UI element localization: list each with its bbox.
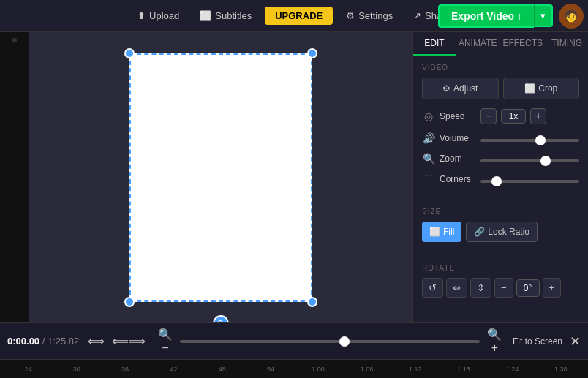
- split-button[interactable]: ⟺: [86, 333, 106, 349]
- export-video-button[interactable]: Export Video ↑: [438, 4, 534, 28]
- settings-button[interactable]: ⚙ Settings: [339, 7, 400, 24]
- video-buttons: ⚙ Adjust ⬜ Crop: [422, 78, 579, 99]
- speed-icon: ◎: [422, 110, 435, 122]
- rotate-cw-button[interactable]: ↺: [422, 278, 443, 298]
- size-buttons: ⬜ Fill 🔗 Lock Ratio: [422, 222, 579, 242]
- time-current: 0:00.00: [7, 336, 39, 347]
- top-nav: ⬆ Upload ⬜ Subtitles UPGRADE ⚙ Settings …: [0, 0, 588, 32]
- avatar[interactable]: 🧑: [559, 4, 584, 29]
- zoom-slider[interactable]: [480, 159, 579, 162]
- handle-bottom-right[interactable]: [307, 297, 317, 307]
- tab-animate[interactable]: ANIMATE: [456, 32, 500, 56]
- ruler-mark: :30: [51, 366, 99, 373]
- subtitles-button[interactable]: ⬜ Subtitles: [192, 7, 259, 24]
- lock-ratio-icon: 🔗: [474, 227, 485, 237]
- export-dropdown-button[interactable]: ▾: [534, 4, 553, 27]
- rotate-section-label: ROTATE: [422, 264, 579, 272]
- upload-icon: ⬆: [137, 10, 146, 21]
- zoom-slider-container: [480, 152, 579, 165]
- video-element[interactable]: [129, 53, 312, 302]
- export-group: Export Video ↑ ▾: [438, 4, 553, 28]
- video-section: VIDEO ⚙ Adjust ⬜ Crop ◎ Speed − 1x +: [413, 56, 588, 200]
- ruler-mark: 1:06: [342, 366, 391, 373]
- handle-top-left[interactable]: [124, 48, 135, 58]
- volume-slider[interactable]: [480, 139, 579, 142]
- zoom-in-button[interactable]: 🔍+: [484, 326, 505, 356]
- handle-bottom-left[interactable]: [124, 297, 135, 307]
- ruler-mark: :36: [100, 366, 148, 373]
- upgrade-button[interactable]: UPGRADE: [265, 7, 333, 25]
- corners-row: ⌒ Corners: [422, 173, 579, 186]
- ruler-mark: :24: [3, 366, 51, 373]
- chevron-down-icon: ▾: [540, 10, 546, 21]
- zoom-row: 🔍 Zoom: [422, 152, 579, 165]
- corners-slider-container: [480, 173, 579, 186]
- ruler-mark: :54: [246, 366, 294, 373]
- ruler-mark: 1:00: [294, 366, 342, 373]
- corners-slider[interactable]: [480, 180, 579, 183]
- crop-button[interactable]: ⬜ Crop: [503, 78, 580, 99]
- sidebar-dot: [12, 38, 17, 42]
- rotate-degree-decrease[interactable]: −: [494, 278, 513, 298]
- crop-icon: ⬜: [524, 83, 535, 94]
- fill-button[interactable]: ⬜ Fill: [422, 222, 461, 242]
- ruler-mark: 1:18: [440, 366, 488, 373]
- share-icon: ↗: [413, 10, 421, 21]
- main-area: Canh Reu ⟳ EDIT ANIMATE EFFECTS TIMING V…: [0, 32, 588, 322]
- timeline-bar: 0:00.00 / 1:25.82 ⟺ ⟸⟹ 🔍− 🔍+ Fit to Scre…: [0, 322, 588, 359]
- speed-decrease-button[interactable]: −: [480, 108, 497, 124]
- settings-icon: ⚙: [346, 10, 355, 21]
- timeline-controls: ⟺ ⟸⟹: [86, 333, 147, 349]
- time-total: 1:25.82: [48, 336, 79, 347]
- volume-slider-container: [480, 132, 579, 145]
- timeline-ruler: :24:30:36:42:48:541:001:061:121:181:241:…: [0, 359, 588, 378]
- volume-row: 🔊 Volume: [422, 132, 579, 145]
- rotate-degree-value: 0°: [516, 279, 540, 297]
- rotate-buttons: ↺ ⇔ ⇕ − 0° +: [422, 278, 579, 298]
- lock-ratio-button[interactable]: 🔗 Lock Ratio: [466, 222, 538, 242]
- upload-button[interactable]: ⬆ Upload: [130, 7, 186, 24]
- panel-tabs: EDIT ANIMATE EFFECTS TIMING: [413, 32, 588, 56]
- speed-increase-button[interactable]: +: [530, 108, 546, 124]
- zoom-bar: 🔍− 🔍+: [154, 326, 505, 356]
- adjust-icon: ⚙: [442, 83, 451, 94]
- video-container: ⟳: [129, 53, 312, 302]
- ruler-mark: 1:30: [537, 366, 585, 373]
- timeline-zoom-slider[interactable]: [180, 340, 480, 343]
- rotate-section: ROTATE ↺ ⇔ ⇕ − 0° +: [413, 257, 588, 305]
- ruler-mark: 1:12: [391, 366, 440, 373]
- speed-controls: − 1x +: [480, 108, 546, 124]
- ruler-mark: :48: [197, 366, 245, 373]
- video-section-label: VIDEO: [422, 64, 579, 72]
- zoom-out-button[interactable]: 🔍−: [154, 326, 176, 356]
- corners-icon: ⌒: [422, 173, 435, 186]
- speed-row: ◎ Speed − 1x +: [422, 108, 579, 124]
- flip-h-button[interactable]: ⇔: [446, 278, 467, 298]
- adjust-button[interactable]: ⚙ Adjust: [422, 78, 499, 99]
- zoom-icon: 🔍: [422, 153, 435, 165]
- fill-icon: ⬜: [429, 227, 440, 237]
- canvas-area: Canh Reu ⟳: [29, 32, 412, 322]
- flip-v-button[interactable]: ⇕: [470, 278, 491, 298]
- right-panel: EDIT ANIMATE EFFECTS TIMING VIDEO ⚙ Adju…: [412, 32, 588, 322]
- selection-border: [129, 53, 312, 302]
- size-section-label: SIZE: [422, 208, 579, 216]
- tab-timing[interactable]: TIMING: [546, 32, 588, 56]
- rotate-handle[interactable]: ⟳: [213, 315, 229, 323]
- trim-button[interactable]: ⟸⟹: [110, 333, 147, 349]
- left-sidebar: [0, 32, 29, 322]
- tab-edit[interactable]: EDIT: [413, 32, 456, 56]
- speed-value: 1x: [501, 109, 526, 124]
- ruler-mark: 1:24: [488, 366, 536, 373]
- fit-to-screen-button[interactable]: Fit to Screen: [513, 336, 562, 347]
- close-timeline-button[interactable]: ✕: [570, 333, 581, 349]
- time-divider: /: [42, 336, 48, 347]
- tab-effects[interactable]: EFFECTS: [500, 32, 546, 56]
- handle-top-right[interactable]: [307, 48, 317, 58]
- ruler-mark: :42: [148, 366, 197, 373]
- time-display: 0:00.00 / 1:25.82: [7, 336, 79, 347]
- size-section: SIZE ⬜ Fill 🔗 Lock Ratio: [413, 200, 588, 257]
- rotate-degree-increase[interactable]: +: [543, 278, 562, 298]
- volume-icon: 🔊: [422, 132, 435, 144]
- ruler-marks: :24:30:36:42:48:541:001:061:121:181:241:…: [0, 366, 588, 373]
